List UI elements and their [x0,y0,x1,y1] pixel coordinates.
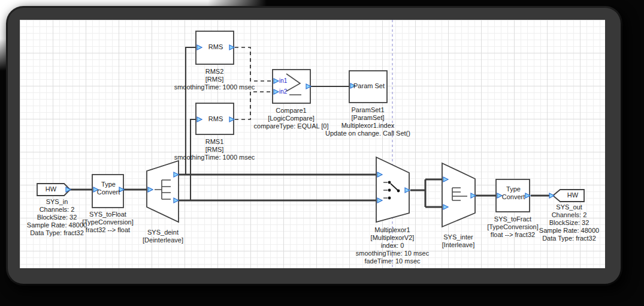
caption-line: float --> fract32 [487,231,539,239]
caption-line: [LogicCompare] [254,115,329,122]
sys-out-caption: SYS_out Channels: 2 BlockSize: 32 Sample… [539,203,599,242]
multiplexor1-block[interactable] [376,157,409,222]
caption-line: BlockSize: 32 [27,214,87,221]
sys-in-title: HW [46,185,56,193]
caption-line: BlockSize: 32 [539,219,599,227]
window-frame: HW Type Convert RMS RMS Param Set Type C… [8,8,621,284]
caption-line: fract32 --> float [82,226,134,234]
caption-line: Channels: 2 [539,211,599,219]
caption-line: index: 0 [356,242,429,250]
caption-line: Multiplexor1 [356,226,429,234]
caption-line: [ParamSet] [325,114,410,122]
paramset1-title: Param Set [353,82,385,90]
rms2-title: RMS [208,43,223,51]
caption-line: Data Type: fract32 [539,235,599,242]
caption-line: fadeTime: 10 msec [356,257,429,265]
caption-line: [Deinterleave] [143,236,183,244]
sys-out-title: HW [567,191,578,199]
caption-line: Sample Rate: 48000 [539,227,599,235]
sys-tofloat-title-2: Convert [97,188,120,196]
caption-line: SYS_in [27,198,87,206]
sys-inter-block[interactable] [442,163,475,227]
caption-line: SYS_toFloat [82,211,134,218]
caption-line: smoothingTime: 10 msec [356,250,429,257]
caption-line: [RMS] [174,76,255,83]
design-canvas[interactable]: HW Type Convert RMS RMS Param Set Type C… [20,20,605,268]
sys-tofloat-title-1: Type [101,181,116,188]
caption-line: SYS_out [539,203,599,211]
caption-line: [MultiplexorV2] [356,234,429,242]
sys-tofract-title-2: Convert [502,193,525,201]
caption-line: Multiplexor1.index [325,122,410,130]
caption-line: RMS1 [174,138,255,146]
caption-line: [TypeConversion] [82,218,134,226]
rms2-caption: RMS2 [RMS] smoothingTime: 1000 msec [174,68,255,91]
sys-deint-caption: SYS_deint [Deinterleave] [143,229,183,244]
caption-line: [TypeConversion] [487,223,539,231]
sys-inter-caption: SYS_inter [Interleave] [442,233,474,249]
sys-deint-block[interactable] [147,161,179,222]
sys-in-caption: SYS_in Channels: 2 BlockSize: 32 Sample … [27,198,87,237]
caption-line: SYS_inter [442,233,474,241]
wire-mux-interleave[interactable] [410,179,443,207]
caption-line: smoothingTime: 1000 msec [174,83,255,91]
caption-line: Channels: 2 [27,206,87,214]
compare1-in2-label: in2 [279,88,287,95]
caption-line: Sample Rate: 48000 [27,221,87,229]
caption-line: ParamSet1 [325,106,410,114]
compare1-caption: Compare1 [LogicCompare] compareType: EQU… [254,107,329,130]
compare1-in1-label: in1 [279,77,287,84]
caption-line: SYS_toFract [487,215,539,223]
caption-line: smoothingTime: 1000 msec [174,154,255,161]
caption-line: Update on change. Call Set() [325,130,410,137]
caption-line: compareType: EQUAL [0] [254,122,329,130]
screenshot-stage: HW Type Convert RMS RMS Param Set Type C… [0,0,644,306]
multiplexor1-caption: Multiplexor1 [MultiplexorV2] index: 0 sm… [356,226,429,265]
caption-line: Data Type: fract32 [27,229,87,237]
rms1-title: RMS [208,115,223,123]
compare1-block[interactable] [273,70,310,103]
sys-out-input-pin[interactable] [549,193,554,198]
caption-line: SYS_deint [143,229,183,236]
caption-line: Compare1 [254,107,329,115]
caption-line: [Interleave] [442,241,474,249]
sys-tofloat-caption: SYS_toFloat [TypeConversion] fract32 -->… [82,211,134,234]
sys-tofract-caption: SYS_toFract [TypeConversion] float --> f… [487,215,539,239]
rms1-caption: RMS1 [RMS] smoothingTime: 1000 msec [174,138,255,161]
caption-line: RMS2 [174,68,255,76]
caption-line: [RMS] [174,146,255,154]
paramset1-caption: ParamSet1 [ParamSet] Multiplexor1.index … [325,106,410,137]
sys-tofract-title-1: Type [506,185,521,193]
